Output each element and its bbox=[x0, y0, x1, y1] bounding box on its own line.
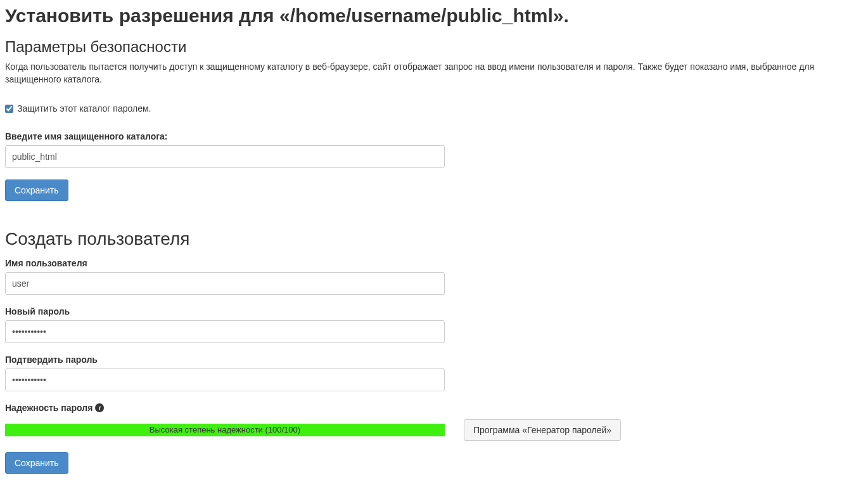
dirname-input[interactable] bbox=[5, 145, 445, 168]
password-generator-button[interactable]: Программа «Генератор паролей» bbox=[464, 419, 621, 441]
confirmpass-label: Подтвердить пароль bbox=[5, 355, 863, 365]
security-description: Когда пользователь пытается получить дос… bbox=[5, 61, 863, 86]
password-strength-bar: Высокая степень надежности (100/100) bbox=[5, 424, 445, 436]
dirname-label: Введите имя защищенного каталога: bbox=[5, 131, 863, 141]
create-user-section-title: Создать пользователя bbox=[5, 229, 863, 249]
protect-checkbox[interactable] bbox=[5, 105, 13, 113]
save-user-button[interactable]: Сохранить bbox=[5, 452, 68, 474]
page-title: Установить разрешения для «/home/usernam… bbox=[5, 5, 863, 27]
confirmpass-input[interactable] bbox=[5, 368, 445, 391]
info-icon[interactable]: i bbox=[95, 403, 104, 412]
newpass-label: Новый пароль bbox=[5, 306, 863, 316]
newpass-input[interactable] bbox=[5, 320, 445, 343]
strength-label: Надежность пароля bbox=[5, 403, 93, 413]
username-label: Имя пользователя bbox=[5, 258, 863, 268]
title-path: /home/username/public_html bbox=[290, 5, 553, 26]
security-section-title: Параметры безопасности bbox=[5, 38, 863, 56]
username-input[interactable] bbox=[5, 272, 445, 295]
save-security-button[interactable]: Сохранить bbox=[5, 179, 68, 201]
title-suffix: ». bbox=[553, 5, 569, 26]
protect-checkbox-label[interactable]: Защитить этот каталог паролем. bbox=[17, 103, 151, 114]
title-prefix: Установить разрешения для « bbox=[5, 5, 290, 26]
